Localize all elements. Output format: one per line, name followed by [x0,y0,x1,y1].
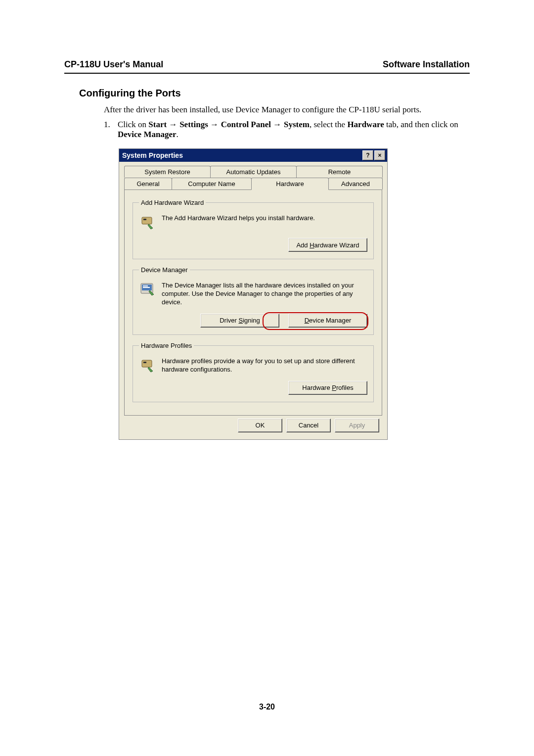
step-number: 1. [104,120,118,140]
tab-automatic-updates[interactable]: Automatic Updates [210,166,297,178]
add-hardware-wizard-button[interactable]: Add Hardware Wizard [288,238,367,252]
close-button[interactable]: × [374,150,385,160]
system-properties-dialog: System Properties ? × System Restore Aut… [119,148,388,440]
device-manager-button[interactable]: Device Manager [288,314,367,328]
svg-rect-7 [143,362,146,363]
arrow-icon: → [169,120,179,129]
apply-button[interactable]: Apply [335,419,379,432]
svg-rect-6 [142,360,152,367]
group-text: Hardware profiles provide a way for you … [162,356,367,374]
section-title: Configuring the Ports [79,88,470,99]
group-legend: Device Manager [139,266,190,274]
header-left: CP-118U User's Manual [64,59,163,70]
tab-computer-name[interactable]: Computer Name [172,178,252,189]
svg-rect-5 [143,287,150,288]
step-1: 1. Click on Start → Settings → Control P… [104,120,470,140]
svg-rect-0 [142,217,152,224]
cancel-button[interactable]: Cancel [286,419,331,432]
group-hardware-profiles: Hardware Profiles Hardware profiles prov… [133,342,374,402]
hardware-profiles-button[interactable]: Hardware Profiles [288,381,367,395]
group-device-manager: Device Manager The Device Manager li [133,266,374,335]
dialog-title: System Properties [122,151,183,159]
arrow-icon: → [273,120,284,129]
device-manager-icon [139,281,157,298]
group-legend: Hardware Profiles [139,342,194,349]
header-right: Software Installation [383,59,470,70]
help-button[interactable]: ? [362,150,373,160]
driver-signing-button[interactable]: Driver Signing [200,314,279,328]
svg-rect-1 [143,219,146,220]
page-header: CP-118U User's Manual Software Installat… [64,59,470,74]
svg-rect-4 [143,285,148,286]
tab-row-upper: System Restore Automatic Updates Remote [124,166,382,178]
hardware-wizard-icon [139,213,157,231]
tab-remote[interactable]: Remote [296,166,383,178]
tab-system-restore[interactable]: System Restore [124,166,211,178]
group-legend: Add Hardware Wizard [139,199,206,206]
arrow-icon: → [210,120,221,129]
tab-row-lower: General Computer Name Hardware Advanced [124,178,382,189]
group-text: The Device Manager lists all the hardwar… [162,281,367,307]
step-text: Click on Start → Settings → Control Pane… [118,120,470,140]
page-number: 3-20 [0,703,534,711]
dialog-buttons: OK Cancel Apply [119,416,387,439]
tab-content-hardware: Add Hardware Wizard The Add Hardware Wiz… [124,189,382,416]
tab-general[interactable]: General [124,178,172,189]
group-add-hardware-wizard: Add Hardware Wizard The Add Hardware Wiz… [133,199,374,259]
titlebar: System Properties ? × [119,149,387,162]
hardware-profiles-icon [139,356,157,374]
group-text: The Add Hardware Wizard helps you instal… [162,213,315,231]
tab-hardware[interactable]: Hardware [251,178,329,190]
intro-text: After the driver has been installed, use… [104,105,470,115]
ok-button[interactable]: OK [238,419,282,432]
tab-advanced[interactable]: Advanced [328,178,383,189]
